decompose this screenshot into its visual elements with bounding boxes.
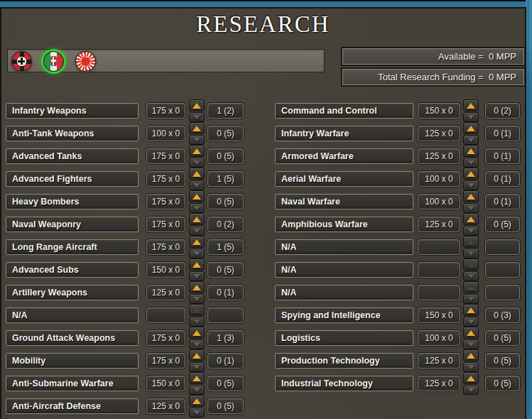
decrease-investment-button[interactable] (189, 385, 205, 395)
increase-investment-button[interactable] (463, 236, 479, 248)
decrease-investment-button[interactable] (463, 203, 479, 213)
increase-investment-button[interactable] (189, 281, 205, 293)
investment-cost-display (418, 262, 460, 278)
research-category-label: Advanced Fighters (6, 171, 139, 187)
arrow-up-icon (467, 194, 475, 200)
arrow-up-icon (192, 239, 201, 245)
arrow-down-icon (467, 115, 474, 119)
arrow-down-icon (193, 410, 200, 415)
increase-investment-button[interactable] (463, 145, 479, 157)
decrease-investment-button[interactable] (463, 158, 479, 168)
increase-investment-button[interactable] (463, 372, 479, 384)
investment-spinner (463, 372, 479, 395)
increase-investment-button[interactable] (463, 168, 479, 180)
increase-investment-button[interactable] (189, 304, 205, 316)
investment-spinner (189, 213, 205, 236)
investment-spinner (189, 372, 205, 395)
decrease-investment-button[interactable] (463, 362, 479, 372)
decrease-investment-button[interactable] (189, 294, 205, 304)
investment-cost-display: 150 x 0 (146, 376, 185, 391)
arrow-up-icon (192, 103, 201, 109)
research-row: Amphibious Warfare 125 x 0 0 (5) (275, 217, 520, 232)
arrow-up-icon (192, 330, 201, 336)
research-row: Anti-Tank Weapons 100 x 0 0 (5) (6, 126, 244, 141)
research-level-display: 0 (1) (485, 148, 520, 164)
increase-investment-button[interactable] (189, 190, 205, 202)
decrease-investment-button[interactable] (189, 362, 205, 372)
decrease-investment-button[interactable] (463, 112, 479, 122)
research-level-display: 0 (5) (485, 353, 520, 369)
research-level-display: 0 (2) (485, 103, 520, 119)
investment-spinner (189, 190, 205, 213)
decrease-investment-button[interactable] (189, 112, 205, 122)
arrow-down-icon (193, 342, 200, 347)
italy-flag-button[interactable] (43, 51, 64, 72)
increase-investment-button[interactable] (463, 259, 479, 271)
increase-investment-button[interactable] (463, 190, 479, 202)
arrow-down-icon (193, 297, 200, 301)
increase-investment-button[interactable] (189, 372, 205, 384)
increase-investment-button[interactable] (189, 395, 205, 407)
decrease-investment-button[interactable] (463, 317, 479, 327)
research-level-display: 0 (5) (207, 126, 244, 141)
arrow-down-icon (193, 206, 200, 210)
arrow-down-icon (467, 388, 474, 392)
investment-spinner (463, 259, 479, 281)
research-level-display (485, 262, 520, 278)
decrease-investment-button[interactable] (189, 408, 205, 418)
research-row: Naval Warfare 100 x 0 0 (1) (275, 194, 520, 210)
decrease-investment-button[interactable] (189, 135, 205, 145)
decrease-investment-button[interactable] (463, 135, 479, 145)
increase-investment-button[interactable] (463, 327, 479, 339)
arrow-up-icon (192, 376, 201, 381)
decrease-investment-button[interactable] (463, 339, 479, 349)
research-row: Naval Weaponry 175 x 0 0 (2) (6, 217, 244, 232)
investment-spinner (189, 168, 205, 190)
increase-investment-button[interactable] (463, 281, 479, 293)
increase-investment-button[interactable] (189, 168, 205, 180)
decrease-investment-button[interactable] (463, 294, 479, 304)
increase-investment-button[interactable] (189, 122, 205, 134)
investment-spinner (463, 327, 479, 349)
research-level-display: 1 (3) (207, 330, 244, 346)
arrow-down-icon (193, 115, 200, 119)
arrow-down-icon (467, 274, 474, 278)
increase-investment-button[interactable] (463, 213, 479, 225)
decrease-investment-button[interactable] (189, 203, 205, 213)
increase-investment-button[interactable] (189, 349, 205, 361)
investment-spinner (189, 259, 205, 281)
decrease-investment-button[interactable] (463, 271, 479, 281)
decrease-investment-button[interactable] (189, 249, 205, 259)
arrow-down-icon (467, 206, 474, 210)
increase-investment-button[interactable] (189, 327, 205, 339)
increase-investment-button[interactable] (463, 99, 479, 111)
research-level-display (207, 308, 244, 323)
investment-spinner (463, 213, 479, 236)
arrow-up-icon (192, 398, 201, 404)
increase-investment-button[interactable] (189, 236, 205, 248)
arrow-up-icon (192, 308, 201, 313)
increase-investment-button[interactable] (463, 349, 479, 361)
increase-investment-button[interactable] (189, 259, 205, 271)
increase-investment-button[interactable] (189, 145, 205, 157)
research-level-display: 0 (1) (485, 126, 520, 141)
decrease-investment-button[interactable] (189, 317, 205, 327)
increase-investment-button[interactable] (463, 122, 479, 134)
investment-spinner (189, 145, 205, 168)
decrease-investment-button[interactable] (189, 226, 205, 236)
decrease-investment-button[interactable] (463, 226, 479, 236)
increase-investment-button[interactable] (189, 99, 205, 111)
decrease-investment-button[interactable] (189, 271, 205, 281)
increase-investment-button[interactable] (463, 304, 479, 316)
decrease-investment-button[interactable] (189, 339, 205, 349)
decrease-investment-button[interactable] (463, 385, 479, 395)
japan-flag-button[interactable] (75, 51, 96, 72)
decrease-investment-button[interactable] (463, 180, 479, 190)
decrease-investment-button[interactable] (189, 180, 205, 190)
decrease-investment-button[interactable] (189, 158, 205, 168)
research-category-label: Infantry Weapons (6, 103, 139, 119)
arrow-up-icon (467, 171, 475, 177)
decrease-investment-button[interactable] (463, 249, 479, 259)
germany-flag-button[interactable] (11, 51, 32, 72)
increase-investment-button[interactable] (189, 213, 205, 225)
